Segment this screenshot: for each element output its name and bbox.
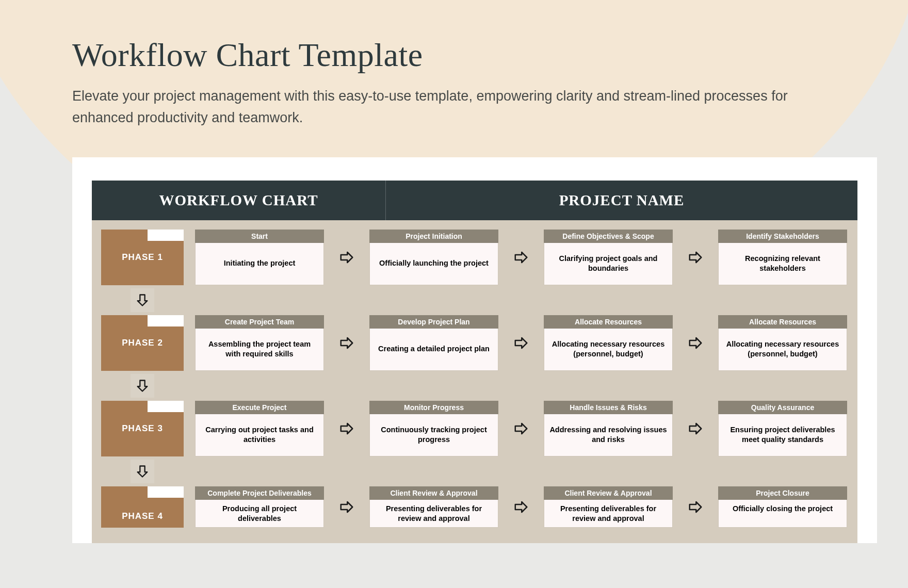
arrow-right-icon [510, 486, 532, 528]
down-spacer [101, 460, 848, 483]
step-body: Creating a detailed project plan [369, 329, 498, 371]
step-head: Handle Issues & Risks [544, 401, 673, 414]
step-body: Continuously tracking project progress [369, 414, 498, 456]
workflow-step: Create Project Team Assembling the proje… [195, 315, 324, 371]
workflow-step: Project Initiation Officially launching … [369, 230, 498, 285]
step-head: Project Closure [718, 486, 847, 500]
step-body: Initiating the project [195, 243, 324, 285]
step-head: Define Objectives & Scope [544, 230, 673, 243]
arrow-down-icon [101, 374, 184, 398]
step-head: Allocate Resources [718, 315, 847, 329]
page-subtitle: Elevate your project management with thi… [72, 86, 794, 129]
phase-tab [148, 486, 184, 498]
workflow-step: Start Initiating the project [195, 230, 324, 285]
phase-row: PHASE 3 Execute Project Carrying out pro… [101, 401, 848, 456]
step-head: Quality Assurance [718, 401, 847, 414]
step-head: Client Review & Approval [369, 486, 498, 500]
bar-right: PROJECT NAME [386, 181, 857, 220]
arrow-right-icon [335, 486, 358, 528]
workflow-step: Project Closure Officially closing the p… [718, 486, 847, 528]
phase-row: PHASE 4 Complete Project Deliverables Pr… [101, 486, 848, 528]
workflow-step: Monitor Progress Continuously tracking p… [369, 401, 498, 456]
step-body: Presenting deliverables for review and a… [544, 500, 673, 528]
arrow-right-icon [684, 230, 707, 285]
phase-tab [148, 401, 184, 412]
phase-text: PHASE 4 [122, 511, 163, 521]
step-head: Client Review & Approval [544, 486, 673, 500]
step-body: Allocating necessary resources (personne… [718, 329, 847, 371]
arrow-right-icon [684, 401, 707, 456]
workflow-step: Handle Issues & Risks Addressing and res… [544, 401, 673, 456]
step-body: Ensuring project deliverables meet quali… [718, 414, 847, 456]
workflow-step: Execute Project Carrying out project tas… [195, 401, 324, 456]
phase-text: PHASE 3 [122, 423, 163, 434]
arrow-right-icon [510, 315, 532, 371]
step-body: Allocating necessary resources (personne… [544, 329, 673, 371]
step-body: Officially launching the project [369, 243, 498, 285]
workflow-step: Allocate Resources Allocating necessary … [544, 315, 673, 371]
phase-label: PHASE 4 [101, 486, 184, 528]
down-spacer [101, 374, 848, 398]
step-head: Start [195, 230, 324, 243]
step-body: Presenting deliverables for review and a… [369, 500, 498, 528]
step-body: Clarifying project goals and boundaries [544, 243, 673, 285]
arrow-down-icon [101, 288, 184, 312]
title-bar: WORKFLOW CHART PROJECT NAME [92, 181, 857, 220]
workflow-step: Define Objectives & Scope Clarifying pro… [544, 230, 673, 285]
workflow-step: Client Review & Approval Presenting deli… [369, 486, 498, 528]
step-head: Allocate Resources [544, 315, 673, 329]
step-head: Create Project Team [195, 315, 324, 329]
phase-tab [148, 230, 184, 241]
step-body: Addressing and resolving issues and risk… [544, 414, 673, 456]
arrow-right-icon [335, 315, 358, 371]
step-head: Develop Project Plan [369, 315, 498, 329]
step-head: Monitor Progress [369, 401, 498, 414]
bar-left: WORKFLOW CHART [92, 181, 386, 220]
phase-row: PHASE 2 Create Project Team Assembling t… [101, 315, 848, 371]
workflow-step: Allocate Resources Allocating necessary … [718, 315, 847, 371]
arrow-right-icon [684, 486, 707, 528]
hero: Workflow Chart Template Elevate your pro… [0, 0, 908, 129]
down-spacer [101, 288, 848, 312]
arrow-right-icon [684, 315, 707, 371]
workflow-step: Complete Project Deliverables Producing … [195, 486, 324, 528]
arrow-right-icon [335, 401, 358, 456]
page-title: Workflow Chart Template [72, 36, 908, 74]
workflow-step: Develop Project Plan Creating a detailed… [369, 315, 498, 371]
step-body: Producing all project deliverables [195, 500, 324, 528]
workflow-step: Quality Assurance Ensuring project deliv… [718, 401, 847, 456]
step-body: Assembling the project team with require… [195, 329, 324, 371]
phase-label: PHASE 1 [101, 230, 184, 285]
workflow-step: Client Review & Approval Presenting deli… [544, 486, 673, 528]
arrow-down-icon [101, 460, 184, 483]
arrow-right-icon [510, 401, 532, 456]
phase-rows: PHASE 1 Start Initiating the project Pro… [92, 220, 857, 528]
phase-label: PHASE 2 [101, 315, 184, 371]
workflow-sheet: WORKFLOW CHART PROJECT NAME PHASE 1 Star… [92, 181, 857, 543]
step-head: Execute Project [195, 401, 324, 414]
phase-text: PHASE 2 [122, 338, 163, 348]
workflow-step: Identify Stakeholders Recognizing releva… [718, 230, 847, 285]
phase-tab [148, 315, 184, 326]
phase-row: PHASE 1 Start Initiating the project Pro… [101, 230, 848, 285]
phase-label: PHASE 3 [101, 401, 184, 456]
step-head: Complete Project Deliverables [195, 486, 324, 500]
step-body: Carrying out project tasks and activitie… [195, 414, 324, 456]
step-body: Officially closing the project [718, 500, 847, 528]
step-body: Recognizing relevant stakeholders [718, 243, 847, 285]
step-head: Identify Stakeholders [718, 230, 847, 243]
phase-text: PHASE 1 [122, 252, 163, 263]
step-head: Project Initiation [369, 230, 498, 243]
arrow-right-icon [510, 230, 532, 285]
template-card: WORKFLOW CHART PROJECT NAME PHASE 1 Star… [72, 157, 877, 543]
arrow-right-icon [335, 230, 358, 285]
